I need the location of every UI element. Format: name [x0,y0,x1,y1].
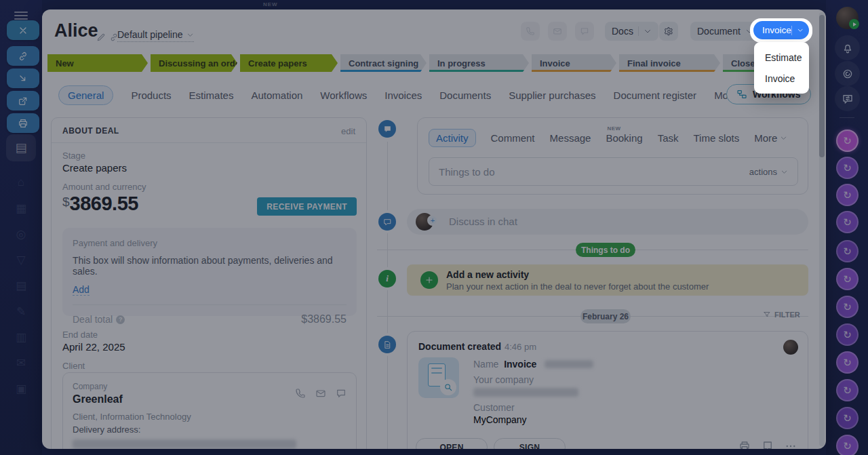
invoice-dropdown-menu: EstimateInvoice [754,42,809,94]
invoice-split-button[interactable]: Invoice [753,21,809,39]
chevron-down-icon[interactable] [797,26,804,34]
menu-item[interactable]: Estimate [754,47,809,68]
dim-overlay [0,0,868,455]
menu-item[interactable]: Invoice [754,68,809,89]
app-root: NEW ▤ ⌂▦◎▽▤✎▥✉▣ ↻↻↻↻↻↻↻↻↻↻↻↻ Alice Defau… [0,0,868,455]
